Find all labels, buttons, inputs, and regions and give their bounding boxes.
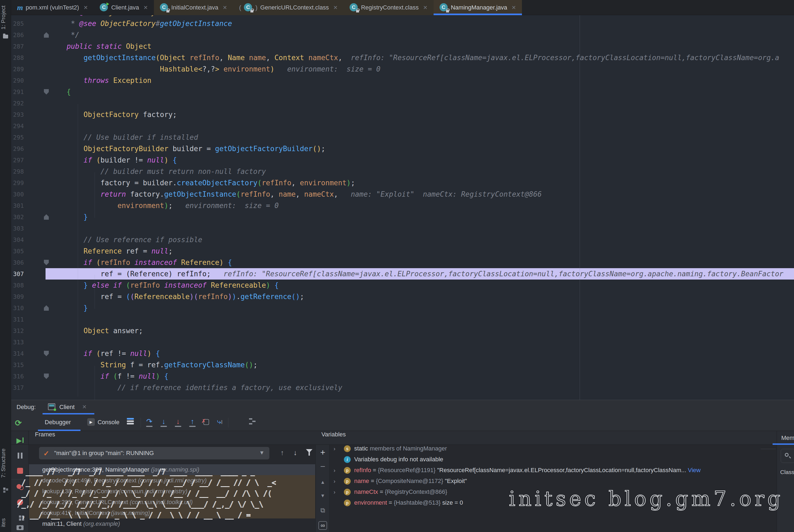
tab-console[interactable]: ▶ Console <box>87 415 123 431</box>
code-line-285[interactable]: 285 * @see ObjectFactory#getObjectInstan… <box>11 18 794 29</box>
run-to-cursor-icon[interactable]: ⤷I <box>214 417 225 428</box>
code-line-297[interactable]: 297 if (builder != null) { <box>11 154 794 166</box>
variable-row[interactable]: ›prefInfo = {ResourceRef@1191} "Resource… <box>330 465 777 476</box>
toolwindow-button-favorites[interactable]: ites <box>0 515 11 531</box>
code-line-306[interactable]: 306 if (refInfo instanceof Reference) { <box>11 257 794 268</box>
code-line-312[interactable]: 312 Object answer; <box>11 325 794 337</box>
chevron-right-icon[interactable]: › <box>334 487 335 497</box>
code-line-290[interactable]: 290 throws Exception <box>11 75 794 86</box>
show-execution-point-icon[interactable] <box>125 417 136 428</box>
close-icon[interactable]: ✕ <box>143 4 148 11</box>
step-out-icon[interactable]: ↑ <box>187 417 198 428</box>
thread-dump-icon[interactable] <box>11 525 29 531</box>
fold-marker-icon[interactable] <box>44 214 49 220</box>
pause-icon[interactable] <box>11 453 29 460</box>
rerun-icon[interactable]: ⟳ <box>15 418 22 428</box>
code-line-303[interactable]: 303 <box>11 223 794 234</box>
close-icon[interactable]: ✕ <box>423 4 428 11</box>
code-line-291[interactable]: 291 { <box>11 86 794 97</box>
memory-search-button[interactable] <box>781 449 794 463</box>
editor-tab-pom-xml-vulntest2-[interactable]: mpom.xml (vulnTest2)✕ <box>11 0 94 15</box>
code-line-310[interactable]: 310 } <box>11 302 794 314</box>
code-line-314[interactable]: 314 if (ref != null) { <box>11 348 794 359</box>
frame-up-icon[interactable]: ↑ <box>280 449 284 457</box>
fold-marker-icon[interactable] <box>44 260 49 265</box>
resume-icon[interactable]: ▶ <box>11 436 29 445</box>
fold-marker-icon[interactable] <box>44 89 49 95</box>
close-icon[interactable]: ✕ <box>512 4 516 11</box>
line-number: 316 <box>11 373 24 380</box>
move-down-icon[interactable]: ▼ <box>316 493 330 499</box>
close-icon[interactable]: ✕ <box>223 4 227 11</box>
code-line-313[interactable]: 313 <box>11 337 794 348</box>
thread-dropdown[interactable]: ✓ "main"@1 in group "main": RUNNING ▼ <box>39 447 270 459</box>
code-line-300[interactable]: 300 return factory.getObjectInstance(ref… <box>11 189 794 200</box>
tab-console-label: Console <box>97 419 119 426</box>
console-icon: ▶ <box>87 418 95 426</box>
code-line-295[interactable]: 295 // Use builder if installed <box>11 132 794 143</box>
chevron-right-icon[interactable]: › <box>334 465 335 476</box>
code-line-309[interactable]: 309 ref = ((Referenceable)(refInfo)).get… <box>11 291 794 302</box>
view-link[interactable]: View <box>686 467 701 474</box>
editor-tab-registrycontext-class[interactable]: CRegistryContext.class✕ <box>344 0 433 15</box>
editor-tab-namingmanager-java[interactable]: CNamingManager.java✕ <box>433 0 522 15</box>
copy-icon[interactable]: ⧉ <box>316 507 330 514</box>
code-line-316[interactable]: 316 if (f != null) { <box>11 370 794 382</box>
code-line-305[interactable]: 305 Reference ref = null; <box>11 245 794 257</box>
code-line-296[interactable]: 296 ObjectFactoryBuilder builder = getOb… <box>11 143 794 154</box>
remove-watch-icon[interactable]: − <box>316 461 330 472</box>
code-line-311[interactable]: 311 <box>11 314 794 325</box>
drop-frame-icon[interactable]: ▢✗ <box>201 417 211 428</box>
close-icon[interactable]: ✕ <box>82 404 87 410</box>
layout-settings-icon[interactable] <box>246 417 257 428</box>
editor-tab-genericurlcontext-class[interactable]: (C)GenericURLContext.class✕ <box>233 0 344 15</box>
code-line-315[interactable]: 315 String f = ref.getFactoryClassName()… <box>11 359 794 370</box>
variable-row[interactable]: iVariables debug info not available <box>330 454 777 465</box>
toolwindow-button-structure[interactable]: 7: Structure <box>0 441 11 485</box>
code-line-289[interactable]: 289 Hashtable<?,?> environment) environm… <box>11 63 794 75</box>
code-line-298[interactable]: 298 // builder must return non-null fact… <box>11 166 794 177</box>
debug-session-tab-client[interactable]: Client ✕ <box>42 400 94 415</box>
watch-return-values-icon[interactable]: ∞ <box>316 521 330 530</box>
line-number: 286 <box>11 32 24 38</box>
fold-marker-icon[interactable] <box>44 305 49 311</box>
tab-debugger[interactable]: Debugger <box>38 415 80 431</box>
chevron-right-icon[interactable]: › <box>334 476 335 487</box>
code-line-292[interactable]: 292 <box>11 97 794 109</box>
evaluate-expression-icon[interactable] <box>232 417 242 428</box>
code-line-299[interactable]: 299 factory = builder.createObjectFactor… <box>11 177 794 189</box>
code-line-284[interactable]: 284 * @see ObjectFactoryBuilder <box>11 15 794 18</box>
code-line-293[interactable]: 293 ObjectFactory factory; <box>11 109 794 120</box>
variable-row[interactable]: ›pname = {CompositeName@1172} "Exploit" <box>330 476 777 487</box>
code-line-308[interactable]: 308 } else if (refInfo instanceof Refere… <box>11 280 794 291</box>
code-line-286[interactable]: 286 */ <box>11 29 794 41</box>
code-line-301[interactable]: 301 environment); environment: size = 0 <box>11 200 794 211</box>
code-line-288[interactable]: 288 getObjectInstance(Object refInfo, Na… <box>11 52 794 63</box>
close-icon[interactable]: ✕ <box>84 4 88 11</box>
code-line-304[interactable]: 304 // Use reference if possible <box>11 234 794 245</box>
code-line-287[interactable]: 287 public static Object <box>11 41 794 52</box>
memory-tab[interactable]: Mem <box>781 435 794 441</box>
fold-marker-icon[interactable] <box>44 351 49 356</box>
code-line-307[interactable]: 307 ref = (Reference) refInfo; refInfo: … <box>11 268 794 280</box>
frame-down-icon[interactable]: ↓ <box>294 449 297 457</box>
fold-marker-icon[interactable] <box>44 32 49 38</box>
close-icon[interactable]: ✕ <box>333 4 338 11</box>
tab-label: InitialContext.java <box>171 4 218 11</box>
move-up-icon[interactable]: ▲ <box>316 479 330 485</box>
step-over-icon[interactable]: ↷ <box>144 417 155 428</box>
code-editor[interactable]: 284 * @see ObjectFactoryBuilder285 * @se… <box>11 15 794 400</box>
code-line-294[interactable]: 294 <box>11 120 794 132</box>
code-line-302[interactable]: 302 } <box>11 211 794 223</box>
editor-tab-client-java[interactable]: CClient.java✕ <box>94 0 154 15</box>
chevron-right-icon[interactable]: › <box>334 445 335 454</box>
editor-tab-initialcontext-java[interactable]: CInitialContext.java✕ <box>154 0 233 15</box>
step-into-icon[interactable]: ↓ <box>158 417 169 428</box>
filter-frames-icon[interactable] <box>306 449 312 456</box>
fold-marker-icon[interactable] <box>44 374 49 379</box>
add-watch-icon[interactable]: + <box>316 448 330 457</box>
variable-row[interactable]: ›sstatic members of NamingManager <box>330 445 777 454</box>
toolwindow-button-project[interactable]: 1: Project <box>0 3 11 33</box>
code-line-317[interactable]: 317 // if reference identifies a factory… <box>11 382 794 393</box>
force-step-into-icon[interactable]: ↓ <box>173 417 183 428</box>
